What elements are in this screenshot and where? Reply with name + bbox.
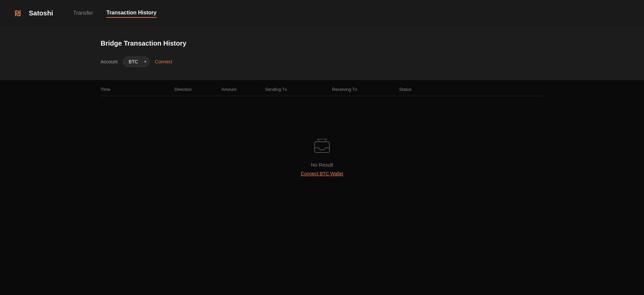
account-select[interactable]: BTC ETH SOL — [123, 57, 150, 67]
content-header: Bridge Transaction History Account BTC E… — [0, 26, 644, 80]
inbox-icon — [313, 136, 331, 155]
nav-transaction-history[interactable]: Transaction History — [106, 8, 156, 18]
connect-link[interactable]: Connect — [155, 59, 172, 64]
connect-wallet-link[interactable]: Connect BTC Wallet — [301, 171, 343, 176]
col-status: Status — [399, 87, 460, 92]
account-row: Account BTC ETH SOL ▾ Connect — [101, 57, 543, 67]
empty-state: No Result Connect BTC Wallet — [101, 96, 543, 196]
logo: ₪ Satoshi — [13, 7, 53, 19]
col-time: Time — [101, 87, 174, 92]
col-receiving-tx: Receiving Tx — [332, 87, 399, 92]
account-label: Account — [101, 59, 118, 64]
nav-transfer[interactable]: Transfer — [73, 9, 93, 17]
svg-text:₪: ₪ — [15, 9, 21, 18]
navbar: ₪ Satoshi Transfer Transaction History — [0, 0, 644, 26]
col-direction: Direction — [174, 87, 221, 92]
svg-rect-2 — [315, 142, 329, 153]
table-header: Time Direction Amount Sending Tx Receivi… — [101, 80, 543, 96]
page-title: Bridge Transaction History — [101, 40, 543, 47]
no-result-text: No Result — [311, 162, 333, 168]
table-area: Time Direction Amount Sending Tx Receivi… — [0, 80, 644, 196]
account-select-wrapper[interactable]: BTC ETH SOL ▾ — [123, 57, 150, 67]
col-amount: Amount — [221, 87, 265, 92]
col-sending-tx: Sending Tx — [265, 87, 332, 92]
logo-icon: ₪ — [13, 7, 25, 19]
logo-text: Satoshi — [29, 9, 53, 17]
